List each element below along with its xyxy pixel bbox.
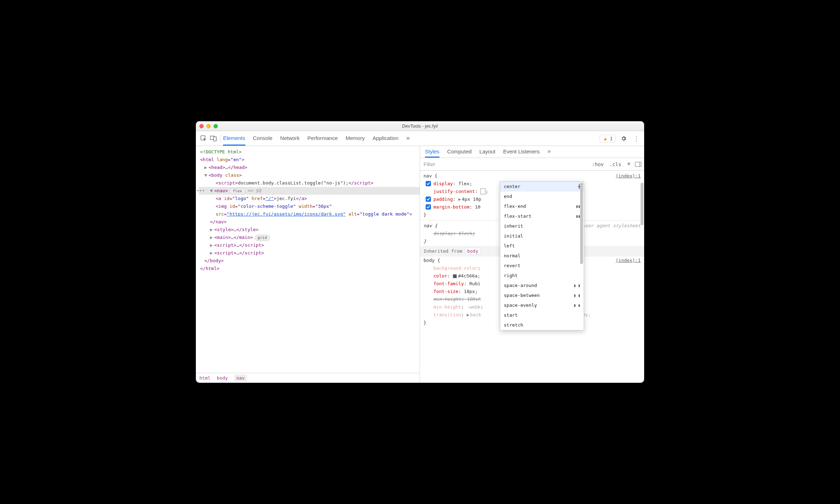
kebab-menu-icon[interactable]: ⋮: [631, 134, 641, 143]
styles-body[interactable]: nav { (index):1 display: flex; justify-c…: [420, 171, 644, 383]
ac-item-flex-end[interactable]: flex-end▮▮: [500, 201, 584, 211]
toggle-sidebar-icon[interactable]: [635, 162, 641, 167]
checkbox-icon[interactable]: [426, 197, 431, 202]
content: <!DOCTYPE html> <html lang="en"> ▶<head>…: [196, 146, 644, 383]
selector[interactable]: nav: [424, 172, 432, 180]
main-toolbar: Elements Console Network Performance Mem…: [196, 131, 644, 146]
ac-item-center[interactable]: center╋: [500, 182, 584, 192]
styles-tabs-overflow-icon[interactable]: »: [548, 146, 551, 158]
flex-preview-icon: ▮ ▮: [573, 301, 580, 309]
dom-nav-selected[interactable]: •••▼<nav>flex== $0: [199, 187, 420, 195]
dom-panel: <!DOCTYPE html> <html lang="en"> ▶<head>…: [196, 146, 420, 383]
autocomplete-scrollbar[interactable]: [580, 182, 583, 330]
traffic-lights: [199, 124, 218, 128]
new-style-rule-icon[interactable]: +: [625, 160, 632, 168]
tab-event-listeners[interactable]: Event Listeners: [503, 146, 539, 158]
devtools-window: DevTools - jec.fyi/ Elements Console Net…: [196, 121, 644, 383]
tab-layout[interactable]: Layout: [479, 146, 495, 158]
dom-body-open[interactable]: ▼<body class>: [199, 171, 420, 179]
tab-network[interactable]: Network: [280, 131, 300, 146]
flex-preview-icon: ▮ ▮: [573, 282, 580, 289]
cls-toggle[interactable]: .cls: [608, 161, 623, 168]
styles-panel: Styles Computed Layout Event Listeners »…: [420, 146, 644, 383]
dom-body-close[interactable]: </body>: [199, 257, 420, 265]
inspect-element-icon[interactable]: [199, 134, 209, 143]
color-swatch-icon[interactable]: [453, 274, 457, 278]
tab-performance[interactable]: Performance: [308, 131, 338, 146]
ac-item-revert[interactable]: revert: [500, 261, 584, 271]
close-window-icon[interactable]: [199, 124, 204, 128]
styles-filter-buttons: :hov .cls +: [590, 160, 644, 168]
ac-item-space-between[interactable]: space-between▮ ▮: [500, 291, 584, 300]
source-link[interactable]: (index):1: [616, 172, 641, 180]
warning-icon: ▲: [603, 136, 608, 141]
settings-gear-icon[interactable]: [619, 134, 629, 143]
ac-item-inherit[interactable]: inherit: [500, 221, 584, 231]
dom-tree[interactable]: <!DOCTYPE html> <html lang="en"> ▶<head>…: [196, 146, 420, 373]
ac-item-normal[interactable]: normal: [500, 251, 584, 261]
dom-script-inline[interactable]: <script>document.body.classList.toggle("…: [199, 179, 420, 187]
tab-styles[interactable]: Styles: [425, 146, 439, 158]
breadcrumb: html body nav: [196, 373, 420, 383]
ac-item-flex-start[interactable]: flex-start▮▮: [500, 211, 584, 221]
ac-item-stretch[interactable]: stretch: [500, 320, 584, 330]
tab-console[interactable]: Console: [253, 131, 273, 146]
dom-nav-close[interactable]: </nav>: [199, 218, 420, 226]
dollar-zero: == $0: [247, 188, 261, 193]
dom-main[interactable]: ▶<main>…</main>grid: [199, 234, 420, 241]
tab-computed[interactable]: Computed: [447, 146, 472, 158]
dom-html-close[interactable]: </html>: [199, 265, 420, 272]
titlebar: DevTools - jec.fyi/: [196, 121, 644, 131]
styles-filter-input[interactable]: [420, 158, 590, 170]
breadcrumb-body[interactable]: body: [217, 375, 228, 381]
maximize-window-icon[interactable]: [214, 124, 218, 128]
checkbox-icon[interactable]: [426, 204, 431, 210]
source-link[interactable]: (index):1: [616, 257, 641, 264]
warning-count: 1: [610, 136, 613, 141]
flex-preview-icon: ▮ ▮: [573, 292, 580, 299]
svg-rect-2: [214, 137, 216, 141]
ac-item-space-evenly[interactable]: space-evenly▮ ▮: [500, 300, 584, 310]
warnings-badge[interactable]: ▲ 1: [600, 135, 616, 142]
panel-tabs: Elements Console Network Performance Mem…: [223, 131, 410, 146]
dom-script2[interactable]: ▶<script>…</script>: [199, 249, 420, 257]
dom-head[interactable]: ▶<head>…</head>: [199, 164, 420, 171]
checkbox-icon[interactable]: [426, 181, 431, 186]
tab-application[interactable]: Application: [373, 131, 398, 146]
styles-tabs: Styles Computed Layout Event Listeners »: [420, 146, 644, 158]
ac-item-left[interactable]: left: [500, 241, 584, 251]
tabs-overflow-icon[interactable]: »: [406, 131, 410, 146]
inherited-from-element[interactable]: body: [465, 248, 480, 254]
ac-item-end[interactable]: end: [500, 192, 584, 201]
dom-html-open[interactable]: <html lang="en">: [199, 156, 420, 164]
dom-doctype[interactable]: <!DOCTYPE html>: [199, 148, 420, 156]
gutter-dots-icon[interactable]: •••: [197, 187, 205, 195]
minimize-window-icon[interactable]: [206, 124, 211, 128]
breadcrumb-html[interactable]: html: [199, 375, 210, 381]
autocomplete-popup: center╋ end flex-end▮▮ flex-start▮▮ inhe…: [500, 181, 584, 330]
styles-filter-bar: :hov .cls +: [420, 158, 644, 171]
breadcrumb-nav[interactable]: nav: [234, 375, 247, 381]
scrollbar-thumb[interactable]: [641, 183, 643, 225]
window-title: DevTools - jec.fyi/: [402, 123, 438, 129]
dom-img[interactable]: <img id="color-scheme-toggle" width="36p…: [199, 203, 420, 218]
hov-toggle[interactable]: :hov: [590, 161, 605, 168]
dom-style[interactable]: ▶<style>…</style>: [199, 226, 420, 234]
ac-item-start[interactable]: start: [500, 310, 584, 320]
separator: [221, 134, 221, 143]
dom-a-logo[interactable]: <a id="logo" href="/">jec.fyi</a>: [199, 195, 420, 203]
grid-badge[interactable]: grid: [255, 235, 270, 241]
tab-elements[interactable]: Elements: [223, 131, 245, 146]
ac-item-initial[interactable]: initial: [500, 231, 584, 241]
flex-badge[interactable]: flex: [229, 188, 245, 194]
device-toggle-icon[interactable]: [209, 134, 218, 143]
dom-script1[interactable]: ▶<script>…</script>: [199, 241, 420, 249]
ac-item-space-around[interactable]: space-around▮ ▮: [500, 281, 584, 291]
toolbar-right: ▲ 1 ⋮: [600, 134, 641, 143]
ua-stylesheet-label: user agent stylesheet: [583, 222, 641, 230]
ac-item-right[interactable]: right: [500, 271, 584, 281]
tab-memory[interactable]: Memory: [345, 131, 364, 146]
